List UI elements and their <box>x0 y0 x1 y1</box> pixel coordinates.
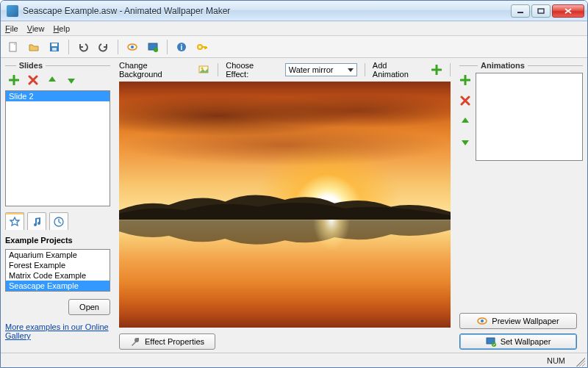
titlebar: Seascape Example.asw - Animated Wallpape… <box>1 1 587 21</box>
eye-icon <box>477 316 487 326</box>
minimize-button[interactable] <box>511 4 530 18</box>
choose-effect-label: Choose Effect: <box>226 61 277 79</box>
list-item[interactable]: Forest Example <box>6 260 110 270</box>
add-animation-icon[interactable] <box>431 64 442 76</box>
svg-rect-5 <box>52 48 57 51</box>
list-item[interactable]: Aquarium Example <box>6 250 110 260</box>
change-background-label[interactable]: Change Background <box>119 61 191 79</box>
move-animation-up-icon[interactable] <box>459 115 471 127</box>
add-animation-list-icon[interactable] <box>459 74 471 86</box>
svg-point-19 <box>492 342 496 347</box>
slides-list[interactable]: Slide 2 <box>5 90 110 206</box>
tab-favorites[interactable] <box>5 212 24 230</box>
menu-view[interactable]: View <box>27 24 45 33</box>
list-item[interactable]: Seascape Example <box>6 281 110 291</box>
preview-wallpaper-button[interactable]: Preview Wallpaper <box>459 313 577 329</box>
status-num: NUM <box>547 356 565 365</box>
app-icon <box>7 5 18 17</box>
tab-time[interactable] <box>49 212 68 230</box>
open-button[interactable]: Open <box>68 299 110 315</box>
resize-grip[interactable] <box>576 358 585 367</box>
delete-animation-icon[interactable] <box>459 95 471 107</box>
menu-file[interactable]: File <box>5 24 18 33</box>
preview-canvas <box>119 82 451 328</box>
svg-rect-4 <box>51 43 57 46</box>
window-title: Seascape Example.asw - Animated Wallpape… <box>21 6 511 16</box>
maximize-button[interactable] <box>531 4 551 18</box>
animations-list[interactable] <box>476 73 583 161</box>
examples-heading: Example Projects <box>5 236 110 245</box>
effect-properties-button[interactable]: Effect Properties <box>119 333 215 350</box>
list-item[interactable]: Matrix Code Example <box>6 270 110 281</box>
statusbar: NUM <box>1 353 587 367</box>
svg-text:i: i <box>181 43 183 51</box>
svg-rect-1 <box>538 9 544 13</box>
menubar: File View Help <box>1 21 587 36</box>
redo-icon[interactable] <box>96 39 112 55</box>
svg-rect-0 <box>517 12 523 13</box>
key-icon[interactable] <box>194 39 210 55</box>
add-slide-icon[interactable] <box>8 74 20 86</box>
animations-heading: Animations <box>459 61 583 70</box>
move-animation-down-icon[interactable] <box>459 136 471 148</box>
effect-value: Water mirror <box>289 65 334 74</box>
effect-select[interactable]: Water mirror <box>285 63 357 76</box>
add-animation-label[interactable]: Add Animation <box>373 61 423 79</box>
slide-item[interactable]: Slide 2 <box>6 91 110 101</box>
set-wallpaper-button[interactable]: Set Wallpaper <box>459 333 577 350</box>
svg-point-7 <box>131 46 134 48</box>
apply-icon <box>486 336 496 347</box>
open-folder-icon[interactable] <box>26 39 42 55</box>
delete-slide-icon[interactable] <box>27 74 39 86</box>
chevron-down-icon <box>348 68 354 72</box>
preview-eye-icon[interactable] <box>124 39 140 55</box>
close-button[interactable] <box>552 4 584 18</box>
change-background-icon[interactable] <box>198 64 210 76</box>
gallery-link[interactable]: More examples in our Online Gallery <box>5 322 110 340</box>
menu-help[interactable]: Help <box>53 24 70 33</box>
slides-heading: Slides <box>5 61 110 70</box>
examples-list[interactable]: Aquarium Example Forest Example Matrix C… <box>5 249 110 292</box>
wrench-icon <box>130 336 140 347</box>
undo-icon[interactable] <box>75 39 91 55</box>
set-wallpaper-icon[interactable] <box>145 39 161 55</box>
tab-music[interactable] <box>27 212 46 230</box>
save-icon[interactable] <box>46 39 62 55</box>
info-icon[interactable]: i <box>173 39 190 55</box>
move-slide-down-icon[interactable] <box>65 74 77 86</box>
move-slide-up-icon[interactable] <box>46 74 58 86</box>
new-file-icon[interactable] <box>5 39 21 55</box>
svg-point-17 <box>481 320 484 322</box>
toolbar: i <box>1 36 587 58</box>
svg-point-12 <box>198 45 202 49</box>
svg-point-9 <box>154 48 158 52</box>
